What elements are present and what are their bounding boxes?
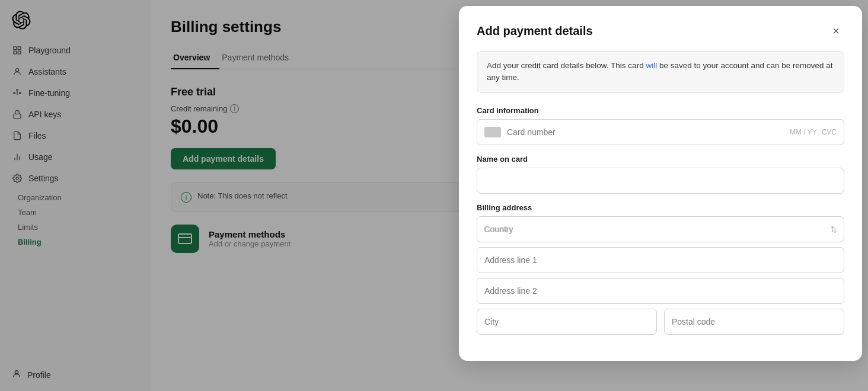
card-right-labels: MM / YY CVC bbox=[790, 128, 837, 136]
address2-input[interactable] bbox=[477, 278, 844, 304]
address2-wrapper bbox=[477, 278, 844, 304]
address1-wrapper bbox=[477, 247, 844, 273]
modal-overlay[interactable]: Add payment details × Add your credit ca… bbox=[0, 0, 868, 391]
add-payment-modal: Add payment details × Add your credit ca… bbox=[459, 6, 862, 361]
card-number-wrapper[interactable]: MM / YY CVC bbox=[477, 119, 844, 145]
city-postal-row bbox=[477, 309, 844, 335]
card-placeholder-icon bbox=[484, 127, 501, 137]
modal-title: Add payment details bbox=[477, 24, 593, 38]
modal-header: Add payment details × bbox=[477, 23, 844, 39]
name-on-card-group: Name on card bbox=[477, 155, 844, 194]
city-input[interactable] bbox=[477, 309, 657, 335]
address1-input[interactable] bbox=[477, 247, 844, 273]
card-number-input[interactable] bbox=[507, 127, 790, 137]
name-on-card-input[interactable] bbox=[477, 168, 844, 194]
billing-address-label: Billing address bbox=[477, 203, 844, 212]
cvc-label: CVC bbox=[822, 128, 837, 136]
country-select-wrapper: Country Country bbox=[477, 216, 844, 242]
info-banner-link[interactable]: will bbox=[646, 61, 657, 70]
info-banner: Add your credit card details below. This… bbox=[477, 51, 844, 93]
card-info-group: Card information MM / YY CVC bbox=[477, 106, 844, 145]
country-select[interactable]: Country bbox=[477, 216, 844, 242]
postal-input[interactable] bbox=[664, 309, 844, 335]
close-modal-button[interactable]: × bbox=[828, 23, 844, 39]
billing-address-group: Billing address Country Country bbox=[477, 203, 844, 335]
mm-yy-label: MM / YY bbox=[790, 128, 817, 136]
info-banner-text-prefix: Add your credit card details below. This… bbox=[487, 61, 646, 70]
card-info-label: Card information bbox=[477, 106, 844, 115]
name-on-card-label: Name on card bbox=[477, 155, 844, 164]
